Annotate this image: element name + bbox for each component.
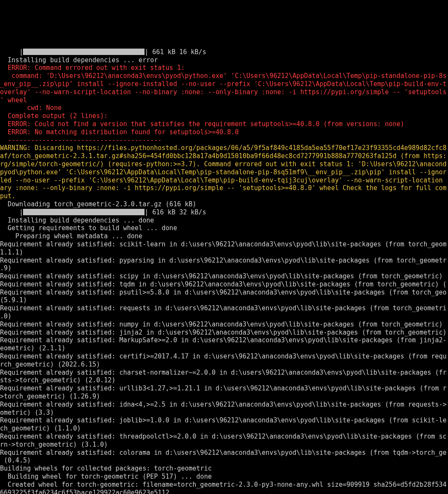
warning-line-7: put. — [0, 192, 15, 200]
req-tqdm: Requirement already satisfied: tqdm in d… — [0, 280, 447, 288]
warning-line-4: pyod\python.exe' 'C:\Users\96212\AppData… — [0, 168, 447, 176]
warning-line-3: rg/simple/torch-geometric/) (requires-py… — [0, 160, 447, 168]
error-command-1: command: 'D:\Users\96212\anaconda3\envs\… — [0, 72, 447, 80]
error-divider: ---------------------------------------- — [0, 136, 162, 144]
error-no-version: ERROR: Could not find a version that sat… — [0, 120, 404, 128]
created-wheel-1: Created wheel for torch-geometric: filen… — [0, 481, 447, 488]
building-wheels-header: Building wheels for collected packages: … — [0, 465, 212, 472]
error-complete-output: Complete output (2 lines): — [0, 112, 108, 120]
req-joblib-2: ch_geometric) (1.1.0) — [0, 425, 81, 432]
error-no-dist: ERROR: No matching distribution found fo… — [0, 128, 239, 136]
req-psutil-1: Requirement already satisfied: psutil>=5… — [0, 289, 447, 296]
req-idna-2: ometric) (3.3) — [0, 409, 54, 416]
req-idna-1: Requirement already satisfied: idna<4,>=… — [0, 401, 447, 408]
warning-line-1: WARNING: Discarding https://files.python… — [0, 144, 447, 152]
req-numpy: Requirement already satisfied: numpy in … — [0, 321, 447, 328]
created-wheel-2: 6693225f3fa6234c6f53bace129922ac60e9623e… — [0, 489, 169, 494]
req-requests-2: .0) — [0, 312, 12, 320]
req-pyparsing-2: .9) — [0, 264, 12, 272]
error-command-4: ' wheel — [0, 96, 27, 104]
req-urllib3-2: >torch_geometric) (1.26.9) — [0, 393, 100, 400]
prepare-metadata-done: Preparing wheel metadata ... done — [0, 232, 142, 240]
install-deps-error: Installing build dependencies ... error — [0, 56, 158, 64]
req-urllib3-1: Requirement already satisfied: urllib3<1… — [0, 384, 447, 392]
req-markupsafe-1: Requirement already satisfied: MarkupSaf… — [0, 336, 447, 344]
req-certifi-2: rch_geometric) (2022.6.15) — [0, 361, 100, 368]
error-command-2: _env_pip__.zip\pip' install --ignore-ins… — [0, 80, 447, 88]
warning-line-6: ary :none: --only-binary :none: -i https… — [0, 184, 447, 192]
progress-bar-fill-icon — [23, 209, 145, 215]
downloading-line: Downloading torch_geometric-2.3.0.tar.gz… — [0, 200, 197, 208]
error-cwd: cwd: None — [0, 104, 62, 112]
req-threadpoolctl-1: Requirement already satisfied: threadpoo… — [0, 433, 447, 440]
req-charset-2: sts->torch_geometric) (2.0.12) — [0, 376, 116, 384]
req-markupsafe-2: eometric) (2.1.1) — [0, 344, 66, 352]
req-scikit-learn-2: 1.1.1) — [0, 248, 23, 256]
req-joblib-1: Requirement already satisfied: joblib>=1… — [0, 416, 447, 424]
req-charset-1: Requirement already satisfied: charset-n… — [0, 369, 447, 376]
warning-line-5: led --no-user --prefix 'C:\Users\96212\A… — [0, 176, 447, 184]
req-threadpoolctl-2: rn->torch_geometric) (3.1.0) — [0, 441, 108, 448]
progress-bar-fill-icon — [23, 49, 145, 55]
req-jinja2: Requirement already satisfied: jinja2 in… — [0, 329, 447, 336]
req-colorama-1: Requirement already satisfied: colorama … — [0, 449, 447, 456]
warning-line-2: af/torch_geometric-2.3.1.tar.gz#sha256=4… — [0, 152, 447, 160]
building-wheel-pep517: Building wheel for torch-geometric (PEP … — [0, 473, 212, 480]
error-command-3: overlay' --no-warn-script-location --no-… — [0, 88, 447, 96]
get-reqs-done: Getting requirements to build wheel ... … — [0, 224, 177, 232]
req-requests-1: Requirement already satisfied: requests … — [0, 304, 447, 312]
req-certifi-1: Requirement already satisfied: certifi>=… — [0, 352, 447, 360]
req-scipy: Requirement already satisfied: scipy in … — [0, 272, 447, 280]
req-colorama-2: (0.4.5) — [0, 456, 31, 464]
terminal-output[interactable]: || 661 kB 16 kB/s Installing build depen… — [0, 40, 448, 494]
error-header: ERROR: Command errored out with exit sta… — [0, 64, 185, 72]
req-scikit-learn-1: Requirement already satisfied: scikit-le… — [0, 240, 447, 248]
install-deps-done: Installing build dependencies ... done — [0, 217, 154, 224]
req-psutil-2: (5.9.1) — [0, 296, 27, 304]
req-pyparsing-1: Requirement already satisfied: pyparsing… — [0, 257, 447, 264]
progress-bar-line-2: || 616 kB 32 kB/s — [0, 208, 206, 216]
progress-bar-line-1: || 661 kB 16 kB/s — [0, 48, 206, 56]
